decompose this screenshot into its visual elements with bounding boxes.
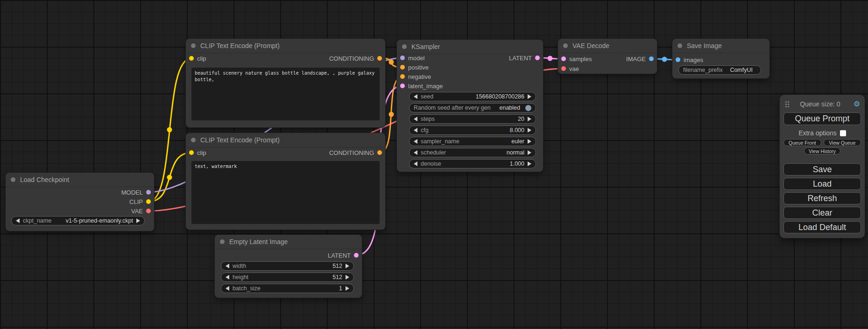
queue-front-button[interactable]: Queue Front — [783, 139, 821, 146]
load-default-button[interactable]: Load Default — [783, 221, 861, 233]
collapse-dot-icon[interactable] — [191, 43, 196, 48]
gear-icon[interactable]: ⚙ — [854, 100, 860, 108]
seed-widget[interactable]: seed 156680208700286 — [409, 92, 536, 101]
prev-arrow-icon[interactable] — [226, 264, 229, 268]
prev-arrow-icon[interactable] — [414, 150, 417, 155]
comfyui-canvas[interactable]: { "colors": { "model": "#B39DDB", "clip"… — [0, 0, 868, 329]
prev-arrow-icon[interactable] — [414, 161, 417, 166]
latent-port-icon[interactable] — [354, 253, 359, 258]
collapse-dot-icon[interactable] — [11, 177, 15, 182]
node-header[interactable]: Save Image — [672, 39, 769, 53]
latent-port-icon[interactable] — [400, 84, 405, 88]
conditioning-port-icon[interactable] — [400, 65, 405, 70]
random-seed-toggle-widget[interactable]: Random seed after every gen enabled — [409, 103, 536, 112]
clip-port-icon[interactable] — [146, 199, 151, 204]
node-title-label: CLIP Text Encode (Prompt) — [200, 42, 280, 49]
collapse-dot-icon[interactable] — [677, 43, 682, 48]
collapse-dot-icon[interactable] — [563, 43, 568, 48]
collapse-dot-icon[interactable] — [220, 239, 225, 244]
node-header[interactable]: CLIP Text Encode (Prompt) — [186, 39, 385, 53]
clip-port-icon[interactable] — [189, 56, 194, 61]
next-arrow-icon[interactable] — [346, 286, 349, 291]
next-arrow-icon[interactable] — [136, 218, 140, 223]
node-save-image[interactable]: Save Image images filename_prefix ComfyU… — [672, 39, 769, 78]
clear-button[interactable]: Clear — [783, 207, 861, 219]
vae-port-icon[interactable] — [146, 209, 151, 213]
port-label: negative — [408, 73, 431, 80]
next-arrow-icon[interactable] — [346, 275, 349, 280]
load-button[interactable]: Load — [783, 178, 861, 190]
latent-port-icon[interactable] — [535, 56, 540, 60]
node-header[interactable]: KSampler — [397, 40, 543, 54]
prev-arrow-icon[interactable] — [226, 286, 229, 291]
next-arrow-icon[interactable] — [528, 94, 531, 99]
node-load-checkpoint[interactable]: Load Checkpoint MODEL CLIP VAE ckpt_name… — [6, 173, 154, 231]
view-history-button[interactable]: View History — [804, 147, 840, 154]
extra-options-checkbox[interactable] — [840, 130, 846, 136]
filename-prefix-widget[interactable]: filename_prefix ComfyUI — [678, 65, 761, 75]
collapse-dot-icon[interactable] — [402, 44, 407, 49]
toggle-on-icon[interactable] — [525, 105, 531, 111]
steps-widget[interactable]: steps 20 — [409, 114, 536, 124]
prev-arrow-icon[interactable] — [226, 275, 229, 280]
collapse-dot-icon[interactable] — [191, 138, 196, 142]
next-arrow-icon[interactable] — [528, 139, 531, 144]
image-port-icon[interactable] — [676, 57, 680, 62]
sampler-name-widget[interactable]: sampler_name euler — [409, 137, 536, 146]
queue-panel[interactable]: Queue size: 0 ⚙ Queue Prompt Extra optio… — [780, 95, 865, 238]
port-label: positive — [408, 64, 429, 71]
prev-arrow-icon[interactable] — [16, 218, 20, 223]
node-vae-decode[interactable]: VAE Decode samples vae IMAGE — [558, 39, 657, 74]
scheduler-widget[interactable]: scheduler normal — [409, 148, 536, 157]
batch-size-widget[interactable]: batch_size 1 — [221, 284, 354, 293]
node-header[interactable]: CLIP Text Encode (Prompt) — [186, 133, 385, 147]
widget-label: sampler_name — [421, 138, 459, 145]
model-port-icon[interactable] — [146, 190, 151, 195]
latent-port-icon[interactable] — [561, 56, 566, 61]
node-header[interactable]: Load Checkpoint — [6, 173, 154, 187]
input-negative: negative — [400, 73, 431, 80]
vae-port-icon[interactable] — [561, 66, 566, 71]
prev-arrow-icon[interactable] — [414, 117, 417, 121]
view-queue-button[interactable]: View Queue — [824, 139, 861, 146]
prev-arrow-icon[interactable] — [414, 94, 417, 99]
widget-value: 156680208700286 — [476, 93, 524, 100]
cfg-widget[interactable]: cfg 8.000 — [409, 126, 536, 135]
denoise-widget[interactable]: denoise 1.000 — [409, 159, 536, 168]
node-clip-text-encode-negative[interactable]: CLIP Text Encode (Prompt) clip CONDITION… — [186, 133, 385, 230]
image-port-icon[interactable] — [649, 56, 654, 61]
conditioning-port-icon[interactable] — [400, 74, 405, 79]
next-arrow-icon[interactable] — [528, 117, 531, 121]
queue-prompt-button[interactable]: Queue Prompt — [783, 112, 861, 125]
conditioning-port-icon[interactable] — [377, 56, 382, 61]
positive-prompt-textarea[interactable]: beautiful scenery nature glass bottle la… — [191, 68, 380, 120]
model-port-icon[interactable] — [400, 56, 405, 60]
port-label: vae — [569, 65, 579, 72]
refresh-button[interactable]: Refresh — [783, 192, 861, 204]
clip-port-icon[interactable] — [189, 150, 194, 155]
widget-value: enabled — [500, 105, 521, 111]
height-widget[interactable]: height 512 — [221, 273, 354, 282]
next-arrow-icon[interactable] — [346, 264, 349, 268]
node-clip-text-encode-positive[interactable]: CLIP Text Encode (Prompt) clip CONDITION… — [186, 39, 385, 127]
conditioning-port-icon[interactable] — [377, 150, 382, 155]
next-arrow-icon[interactable] — [528, 150, 531, 155]
node-header[interactable]: Empty Latent Image — [215, 235, 362, 249]
port-label: VAE — [131, 208, 143, 215]
negative-prompt-textarea[interactable]: text, watermark — [191, 161, 380, 224]
prev-arrow-icon[interactable] — [414, 128, 417, 133]
node-header[interactable]: VAE Decode — [558, 39, 657, 53]
next-arrow-icon[interactable] — [528, 161, 531, 166]
port-label: model — [408, 55, 424, 62]
widget-value: 512 — [332, 274, 342, 280]
ckpt-name-widget[interactable]: ckpt_name v1-5-pruned-emaonly.ckpt — [11, 216, 145, 225]
node-ksampler[interactable]: KSampler model positive negative latent_… — [397, 40, 543, 172]
widget-label: height — [233, 274, 248, 280]
node-empty-latent-image[interactable]: Empty Latent Image LATENT width 512 heig… — [215, 235, 362, 298]
width-widget[interactable]: width 512 — [221, 261, 354, 271]
widget-value: 1.000 — [510, 161, 524, 167]
save-button[interactable]: Save — [783, 163, 861, 175]
prev-arrow-icon[interactable] — [414, 139, 417, 144]
next-arrow-icon[interactable] — [528, 128, 531, 133]
port-label: images — [684, 56, 703, 63]
